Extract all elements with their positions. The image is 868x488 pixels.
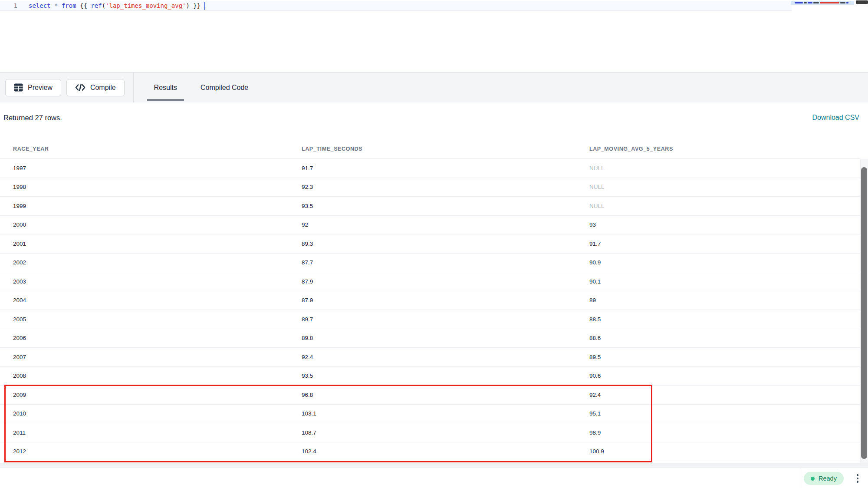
cell-race-year: 2010 <box>0 410 302 417</box>
table-row: 200189.391.7 <box>0 234 860 254</box>
ide-window: 1 select * from {{ ref('lap_times_moving… <box>0 0 868 488</box>
table-row: 200287.790.9 <box>0 254 860 273</box>
cell-lap-moving-avg-5-years: 89.5 <box>589 354 860 360</box>
code-brackets-icon <box>75 84 85 91</box>
results-toolbar: Preview Compile Results Compiled Code <box>0 72 868 102</box>
cell-race-year: 2011 <box>0 429 302 436</box>
editor-scrollbar-thumb[interactable] <box>856 0 868 4</box>
table-body: 199791.7NULL199892.3NULL199993.5NULL2000… <box>0 159 860 461</box>
code-line[interactable]: 1 select * from {{ ref('lap_times_moving… <box>0 1 205 10</box>
column-header-lap-time-seconds: LAP_TIME_SECONDS <box>302 146 589 152</box>
cell-lap-moving-avg-5-years: 89 <box>589 297 860 303</box>
cell-lap-moving-avg-5-years: 88.6 <box>589 335 860 341</box>
download-csv-link[interactable]: Download CSV <box>812 114 860 122</box>
cell-lap-time-seconds: 92.4 <box>302 354 589 360</box>
cell-lap-moving-avg-5-years: 90.9 <box>589 259 860 266</box>
tab-compiled-code-label: Compiled Code <box>201 84 248 92</box>
status-bar: Ready <box>0 468 868 488</box>
table-row: 2012102.4100.9 <box>0 442 860 462</box>
cell-lap-time-seconds: 103.1 <box>302 410 589 417</box>
ready-dot-icon <box>811 477 815 481</box>
compile-button[interactable]: Compile <box>66 79 125 96</box>
table-scrollbar-thumb[interactable] <box>861 167 867 459</box>
cell-race-year: 2004 <box>0 297 302 303</box>
tab-results-label: Results <box>154 84 177 92</box>
kebab-menu-icon[interactable] <box>854 472 861 485</box>
table-row: 200487.989 <box>0 291 860 310</box>
status-bar-divider <box>800 468 800 488</box>
table-row: 200792.489.5 <box>0 348 860 367</box>
cell-race-year: 2007 <box>0 354 302 360</box>
text-cursor <box>204 2 205 10</box>
cell-lap-time-seconds: 87.9 <box>302 278 589 285</box>
compile-button-label: Compile <box>90 84 116 92</box>
cell-lap-time-seconds: 92.3 <box>302 184 589 190</box>
toolbar-divider <box>133 73 134 103</box>
cell-lap-time-seconds: 89.3 <box>302 241 589 247</box>
column-header-race-year: RACE_YEAR <box>0 146 302 152</box>
status-badge-label: Ready <box>819 475 837 482</box>
cell-lap-moving-avg-5-years: 95.1 <box>589 410 860 417</box>
cell-lap-time-seconds: 92 <box>302 221 589 228</box>
cell-lap-time-seconds: 108.7 <box>302 429 589 436</box>
cell-lap-time-seconds: 89.8 <box>302 335 589 341</box>
cell-lap-moving-avg-5-years: 100.9 <box>589 448 860 455</box>
tab-results[interactable]: Results <box>142 73 189 103</box>
code-editor[interactable]: 1 select * from {{ ref('lap_times_moving… <box>0 0 868 72</box>
cell-race-year: 1999 <box>0 203 302 209</box>
table-row: 199993.5NULL <box>0 197 860 216</box>
cell-race-year: 2000 <box>0 221 302 228</box>
cell-lap-time-seconds: 102.4 <box>302 448 589 455</box>
cell-lap-time-seconds: 93.5 <box>302 203 589 209</box>
cell-lap-moving-avg-5-years: 88.5 <box>589 316 860 323</box>
cell-lap-time-seconds: 96.8 <box>302 392 589 398</box>
cell-race-year: 2002 <box>0 259 302 266</box>
cell-race-year: 2006 <box>0 335 302 341</box>
cell-lap-moving-avg-5-years: 90.6 <box>589 373 860 379</box>
cell-lap-moving-avg-5-years: 93 <box>589 221 860 228</box>
horizontal-scrollbar-track[interactable] <box>0 463 868 468</box>
table-row: 200387.990.1 <box>0 272 860 291</box>
cell-lap-time-seconds: 93.5 <box>302 373 589 379</box>
code-line-content[interactable]: select * from {{ ref('lap_times_moving_a… <box>29 1 201 10</box>
cell-lap-moving-avg-5-years: NULL <box>589 203 860 209</box>
cell-lap-moving-avg-5-years: NULL <box>589 165 860 171</box>
line-number: 1 <box>0 1 17 10</box>
cell-race-year: 1998 <box>0 184 302 190</box>
cell-lap-moving-avg-5-years: 92.4 <box>589 392 860 398</box>
tab-compiled-code[interactable]: Compiled Code <box>189 73 260 103</box>
table-row: 200589.788.5 <box>0 310 860 329</box>
table-row: 199791.7NULL <box>0 159 860 178</box>
preview-button[interactable]: Preview <box>5 79 61 96</box>
cell-race-year: 1997 <box>0 165 302 171</box>
cell-lap-moving-avg-5-years: 98.9 <box>589 429 860 436</box>
results-meta: Returned 27 rows. Download CSV <box>0 102 868 139</box>
cell-lap-moving-avg-5-years: 91.7 <box>589 241 860 247</box>
cell-lap-time-seconds: 87.9 <box>302 297 589 303</box>
results-table: RACE_YEAR LAP_TIME_SECONDS LAP_MOVING_AV… <box>0 139 860 461</box>
table-row: 2011108.798.9 <box>0 423 860 442</box>
table-grid-icon <box>14 83 23 92</box>
table-header-row: RACE_YEAR LAP_TIME_SECONDS LAP_MOVING_AV… <box>0 139 860 159</box>
cell-race-year: 2009 <box>0 392 302 398</box>
table-row: 199892.3NULL <box>0 178 860 197</box>
cell-lap-time-seconds: 89.7 <box>302 316 589 323</box>
status-badge: Ready <box>804 472 844 485</box>
cell-lap-time-seconds: 91.7 <box>302 165 589 171</box>
cell-lap-time-seconds: 87.7 <box>302 259 589 266</box>
editor-minimap[interactable] <box>791 1 854 5</box>
cell-race-year: 2008 <box>0 373 302 379</box>
table-row: 200996.892.4 <box>0 386 860 405</box>
table-row: 20009293 <box>0 216 860 235</box>
column-header-lap-moving-avg-5-years: LAP_MOVING_AVG_5_YEARS <box>589 146 860 152</box>
cell-race-year: 2005 <box>0 316 302 323</box>
table-row: 200689.888.6 <box>0 329 860 348</box>
minimap-line <box>795 2 848 3</box>
preview-button-label: Preview <box>28 84 53 92</box>
table-row: 2010103.195.1 <box>0 405 860 424</box>
cell-race-year: 2001 <box>0 241 302 247</box>
results-tabs: Results Compiled Code <box>142 73 260 103</box>
cell-lap-moving-avg-5-years: 90.1 <box>589 278 860 285</box>
cell-race-year: 2012 <box>0 448 302 455</box>
cell-race-year: 2003 <box>0 278 302 285</box>
